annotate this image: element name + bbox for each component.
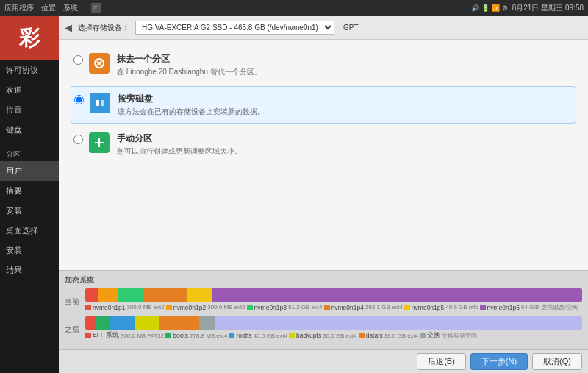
option-manual-desc: 您可以自行创建或更新调整区域大小。 (117, 146, 242, 157)
text-after-rootfs: rootfs (236, 332, 251, 339)
disk-current-bar (85, 288, 582, 302)
svg-rect-6 (98, 138, 100, 147)
sidebar-item-result[interactable]: 结果 (0, 260, 59, 280)
seg-after-backupfs (135, 316, 160, 330)
label-after-datafs: datafs 38.0 GB ext4 (359, 331, 419, 340)
dot-nvme1p2 (166, 305, 172, 310)
text-after-efi: EFI_系统 (93, 331, 119, 340)
sidebar-item-welcome[interactable]: 欢迎 (0, 80, 59, 100)
size-nvme1p1: 300.0 MB (126, 304, 151, 310)
label-nvme1p5: nvme0n1p5 49.6 GB ntfs (404, 303, 478, 311)
menu-apps[interactable]: 应用程序 (4, 3, 34, 13)
sidebar-item-install2[interactable]: 安装 (0, 241, 59, 260)
text-after-boots: boots (173, 332, 188, 339)
type-nvme1p5: ntfs (469, 304, 478, 310)
sidebar-item-install[interactable]: 安装 (0, 201, 59, 221)
topbar-icons: 🔊 🔋 📶 ⚙ (471, 4, 508, 12)
seg-after-free (215, 316, 582, 330)
disk-after-bar-container: EFI_系统 300.0 MB FAT32 boots 278.8 MB ext… (85, 316, 582, 343)
seg-after-swap (199, 316, 214, 330)
menu-places[interactable]: 位置 (41, 3, 56, 13)
dot-after-rootfs (229, 333, 234, 338)
sidebar-item-summary[interactable]: 摘要 (0, 181, 59, 201)
text-nvme1p3: nvme0n1p3 (254, 304, 287, 311)
toolbar-disk-select[interactable]: HGIVA-EXCERIA G2 SSD - 465.8 GB (/dev/nv… (135, 21, 334, 35)
text-nvme1p6: nvme0n1p6 (487, 304, 520, 311)
back-button[interactable]: 后退(B) (417, 353, 466, 370)
disk-row-current: 当前 nvme0n1p1 300.0 MB (65, 288, 582, 314)
option-manual-title: 手动分区 (117, 132, 242, 145)
menu-system[interactable]: 系统 (63, 3, 78, 13)
size-nvme1p2: 300.0 MB (207, 304, 232, 310)
topbar: 应用程序 位置 系统 □ 🔊 🔋 📶 ⚙ 8月21日 星期三 09:58 (0, 0, 588, 16)
sidebar-item-keyboard[interactable]: 键盘 (0, 120, 59, 140)
label-after-boots: boots 278.8 MB ext4 (165, 331, 227, 340)
type-after-boots: ext4 (216, 333, 227, 339)
topbar-right: 🔊 🔋 📶 ⚙ 8月21日 星期三 09:58 (471, 3, 584, 13)
sidebar-logo-text: 彩 (19, 24, 40, 52)
option-alongside-icon (90, 93, 110, 113)
size-after-boots: 278.8 MB (190, 333, 215, 339)
option-alongside-title: 按旁磁盘 (118, 93, 265, 105)
dot-nvme1p6 (480, 305, 486, 310)
seg-after-efi (85, 316, 96, 330)
sidebar-item-desktop[interactable]: 桌面选择 (0, 221, 59, 241)
dot-nvme1p1 (85, 305, 91, 310)
option-manual-text: 手动分区 您可以自行创建或更新调整区域大小。 (117, 132, 242, 157)
option-manual-radio[interactable] (74, 135, 83, 144)
option-manual[interactable]: 手动分区 您可以自行创建或更新调整区域大小。 (71, 127, 576, 163)
dot-after-datafs (359, 333, 365, 338)
sidebar: 彩 许可协议 欢迎 位置 键盘 分区 用户 摘要 安装 桌面选择 安装 结果 (0, 16, 59, 373)
label-after-swap: 交换 交换存储空间 (420, 331, 477, 340)
svg-rect-3 (96, 100, 99, 106)
sidebar-bottom (0, 280, 59, 373)
size-after-backupfs: 30.0 GB (323, 333, 344, 339)
label-nvme1p3: nvme0n1p3 81.2 GB ext4 (247, 303, 323, 311)
seg-after-boots (96, 316, 110, 330)
type-nvme1p3: ext4 (311, 304, 322, 310)
svg-rect-4 (101, 100, 104, 106)
label-after-backupfs: backupfs 30.0 GB ext4 (289, 331, 357, 340)
seg-after-rootfs (110, 316, 135, 330)
option-manual-icon (89, 132, 110, 153)
option-alongside-radio[interactable] (74, 95, 84, 104)
type-nvme1p1: ext2 (154, 304, 165, 310)
toolbar-partition-type: GPT (343, 24, 359, 32)
text-nvme1p2: nvme0n1p2 (173, 304, 206, 311)
content: ◀ 选择存储设备： HGIVA-EXCERIA G2 SSD - 465.8 G… (59, 16, 588, 373)
cancel-button[interactable]: 取消(Q) (532, 353, 582, 370)
size-nvme1p4: 293.1 GB (365, 304, 390, 310)
option-erase[interactable]: 抹去一个分区 在 Linonghe 20 Dashianghu 替代一个分区。 (71, 47, 576, 83)
dot-after-efi (85, 333, 91, 338)
dot-after-backupfs (289, 333, 295, 338)
toolbar-back-arrow[interactable]: ◀ (65, 22, 72, 33)
seg-nvme1p3 (118, 288, 143, 302)
disk-current-label: 当前 (65, 296, 85, 307)
dot-nvme1p3 (247, 305, 253, 310)
sidebar-item-partition[interactable]: 分区 (0, 143, 59, 161)
disk-after-labels: EFI_系统 300.0 MB FAT32 boots 278.8 MB ext… (85, 331, 582, 340)
option-erase-radio[interactable] (74, 55, 83, 65)
size-nvme1p6: 64 GiB 虚拟磁盘/空闲 (521, 303, 578, 311)
text-after-swap: 交换 (427, 331, 440, 340)
dot-after-boots (165, 333, 171, 338)
disk-current-labels: nvme0n1p1 300.0 MB ext2 nvme0n1p2 300.0 … (85, 303, 582, 311)
text-nvme1p4: nvme0n1p4 (331, 304, 364, 311)
next-button[interactable]: 下一步(N) (470, 353, 528, 370)
option-erase-icon (89, 53, 110, 74)
sidebar-item-location[interactable]: 位置 (0, 100, 59, 120)
toolbar-disk-label: 选择存储设备： (78, 23, 129, 33)
option-alongside[interactable]: 按旁磁盘 该方法会在已有的存储设备上安装新的数据。 (71, 86, 576, 124)
option-erase-title: 抹去一个分区 (117, 53, 262, 65)
sidebar-logo: 彩 (0, 16, 59, 60)
label-after-rootfs: rootfs 40.0 GB ext4 (229, 331, 287, 340)
sidebar-item-user[interactable]: 用户 (0, 161, 59, 181)
main-layout: 彩 许可协议 欢迎 位置 键盘 分区 用户 摘要 安装 桌面选择 安装 结果 ◀… (0, 16, 588, 373)
disk-after-label: 之后 (65, 324, 85, 335)
seg-after-datafs (159, 316, 199, 330)
disk-row-after: 之后 EFI_系统 3 (65, 316, 582, 343)
text-nvme1p5: nvme0n1p5 (412, 304, 444, 311)
type-after-efi: FAT32 (147, 333, 164, 339)
text-nvme1p1: nvme0n1p1 (93, 304, 125, 311)
sidebar-item-agreement[interactable]: 许可协议 (0, 60, 59, 80)
